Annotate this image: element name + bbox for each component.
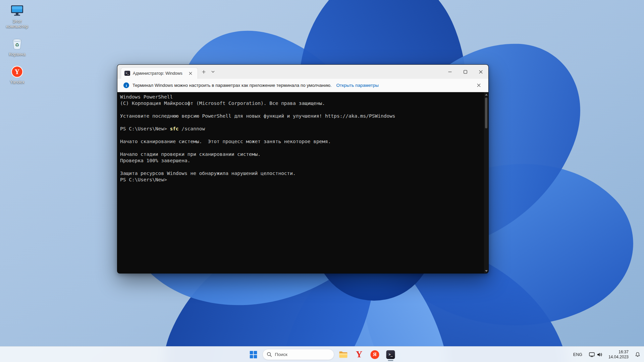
desktop-icon-label: Этот компьютер xyxy=(3,19,31,29)
tab-dropdown-chevron-icon[interactable] xyxy=(209,67,217,76)
terminal-viewport[interactable]: Windows PowerShell(C) Корпорация Майкрос… xyxy=(117,92,488,273)
terminal-line: Начато сканирование системы. Этот процес… xyxy=(120,138,483,145)
desktop-icon-this-pc[interactable]: Этот компьютер xyxy=(3,3,32,29)
recycle-bin-icon: ♻ xyxy=(11,36,23,50)
window-titlebar[interactable]: >_ Администратор: Windows Pc xyxy=(117,65,488,79)
start-button[interactable] xyxy=(247,348,260,361)
banner-text: Терминал Windows можно настроить в парам… xyxy=(132,83,332,88)
desktop-icon-recycle-bin[interactable]: ♻ Корзина xyxy=(3,36,32,57)
scroll-up-icon[interactable] xyxy=(484,92,488,97)
terminal-line: Начало стадии проверки при сканировании … xyxy=(120,151,483,158)
close-button[interactable] xyxy=(473,65,488,79)
desktop-icons: Этот компьютер ♻ Корзина Y Yandex xyxy=(3,3,32,84)
terminal-line: (C) Корпорация Майкрософт (Microsoft Cor… xyxy=(120,100,483,107)
this-pc-icon xyxy=(10,3,24,17)
volume-icon xyxy=(597,352,602,357)
taskbar: Поиск Y Я >_ ENG xyxy=(0,346,644,362)
terminal-line: Проверка 100% завершена. xyxy=(120,158,483,164)
taskbar-item-file-explorer[interactable] xyxy=(337,348,350,361)
file-explorer-icon xyxy=(339,351,348,358)
terminal-output: Windows PowerShell(C) Корпорация Майкрос… xyxy=(120,94,483,273)
windows-logo-icon xyxy=(250,351,257,358)
search-icon xyxy=(267,352,272,357)
yandex-browser-icon: Y xyxy=(356,350,363,359)
tab-title: Администратор: Windows Pc xyxy=(133,71,183,76)
taskbar-item-yandex[interactable]: Я xyxy=(368,348,382,361)
tray-date: 14.04.2023 xyxy=(608,355,629,360)
clock[interactable]: 16:37 14.04.2023 xyxy=(607,349,630,360)
terminal-line: Установите последнюю версию PowerShell д… xyxy=(120,113,483,119)
desktop-icon-label: Yandex xyxy=(10,79,24,84)
svg-text:♻: ♻ xyxy=(15,42,19,48)
tab-close-icon[interactable] xyxy=(186,69,195,78)
taskbar-item-yandex-browser[interactable]: Y xyxy=(353,348,366,361)
running-indicator xyxy=(388,360,393,361)
terminal-line: PS C:\Users\New> sfc /scannow xyxy=(120,126,483,132)
default-terminal-banner: i Терминал Windows можно настроить в пар… xyxy=(117,79,488,92)
language-indicator[interactable]: ENG xyxy=(571,351,584,358)
yandex-app-icon: Я xyxy=(371,350,379,359)
terminal-app-icon: >_ xyxy=(124,71,130,76)
search-placeholder: Поиск xyxy=(275,352,287,357)
scroll-down-icon[interactable] xyxy=(484,268,488,273)
terminal-line: Защита ресурсов Windows не обнаружила на… xyxy=(120,170,483,177)
svg-text:Y: Y xyxy=(15,68,20,75)
terminal-line xyxy=(120,107,483,113)
maximize-button[interactable] xyxy=(458,65,473,79)
display-icon xyxy=(589,352,595,357)
terminal-line xyxy=(120,164,483,170)
terminal-window: >_ Администратор: Windows Pc xyxy=(117,64,489,274)
terminal-tab[interactable]: >_ Администратор: Windows Pc xyxy=(121,67,198,79)
terminal-scrollbar[interactable] xyxy=(484,92,488,273)
yandex-icon: Y xyxy=(11,64,23,78)
scrollbar-thumb[interactable] xyxy=(485,98,487,128)
taskbar-item-terminal[interactable]: >_ xyxy=(384,348,397,361)
system-tray-icons[interactable] xyxy=(588,351,604,358)
terminal-line: Windows PowerShell xyxy=(120,94,483,100)
terminal-line xyxy=(120,132,483,138)
banner-close-icon[interactable] xyxy=(474,81,483,90)
taskbar-search[interactable]: Поиск xyxy=(263,349,334,360)
desktop: Этот компьютер ♻ Корзина Y Yandex xyxy=(0,0,644,362)
terminal-line xyxy=(120,119,483,126)
tray-time: 16:37 xyxy=(608,350,629,355)
terminal-taskbar-icon: >_ xyxy=(386,350,395,359)
terminal-line xyxy=(120,145,483,151)
desktop-icon-yandex[interactable]: Y Yandex xyxy=(3,64,32,84)
open-settings-link[interactable]: Открыть параметры xyxy=(336,83,379,88)
desktop-icon-label: Корзина xyxy=(9,52,25,57)
info-icon: i xyxy=(123,82,129,88)
new-tab-button[interactable] xyxy=(199,67,208,76)
notification-bell-icon[interactable] xyxy=(633,348,642,361)
terminal-line: PS C:\Users\New> xyxy=(120,177,483,183)
minimize-button[interactable] xyxy=(442,65,458,79)
